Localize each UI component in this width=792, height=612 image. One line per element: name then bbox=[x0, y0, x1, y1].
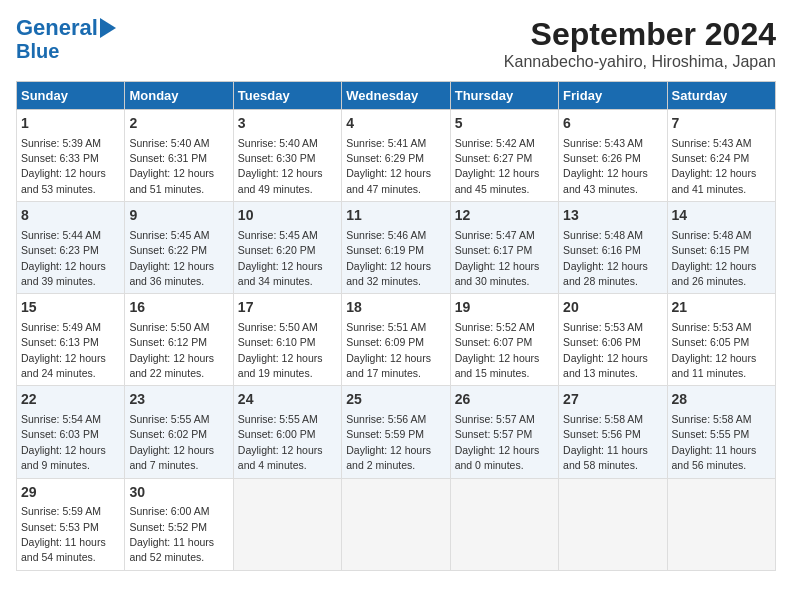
day-number: 20 bbox=[563, 298, 662, 318]
sunset-info: Sunset: 6:23 PM bbox=[21, 244, 99, 256]
sunset-info: Sunset: 6:33 PM bbox=[21, 152, 99, 164]
sunset-info: Sunset: 5:52 PM bbox=[129, 521, 207, 533]
sunset-info: Sunset: 6:03 PM bbox=[21, 428, 99, 440]
calendar-week-row: 15 Sunrise: 5:49 AM Sunset: 6:13 PM Dayl… bbox=[17, 294, 776, 386]
day-number: 28 bbox=[672, 390, 771, 410]
sunrise-info: Sunrise: 5:52 AM bbox=[455, 321, 535, 333]
sunrise-info: Sunrise: 5:48 AM bbox=[672, 229, 752, 241]
sunrise-info: Sunrise: 5:57 AM bbox=[455, 413, 535, 425]
day-number: 1 bbox=[21, 114, 120, 134]
sunset-info: Sunset: 6:06 PM bbox=[563, 336, 641, 348]
weekday-header: Saturday bbox=[667, 82, 775, 110]
sunrise-info: Sunrise: 5:45 AM bbox=[129, 229, 209, 241]
sunrise-info: Sunrise: 5:50 AM bbox=[129, 321, 209, 333]
sunrise-info: Sunrise: 6:00 AM bbox=[129, 505, 209, 517]
page-subtitle: Kannabecho-yahiro, Hiroshima, Japan bbox=[504, 53, 776, 71]
sunset-info: Sunset: 6:30 PM bbox=[238, 152, 316, 164]
calendar-cell: 11 Sunrise: 5:46 AM Sunset: 6:19 PM Dayl… bbox=[342, 202, 450, 294]
sunset-info: Sunset: 5:53 PM bbox=[21, 521, 99, 533]
calendar-table: SundayMondayTuesdayWednesdayThursdayFrid… bbox=[16, 81, 776, 571]
daylight-info: Daylight: 12 hours and 49 minutes. bbox=[238, 167, 323, 194]
sunrise-info: Sunrise: 5:53 AM bbox=[563, 321, 643, 333]
calendar-cell bbox=[667, 478, 775, 570]
day-number: 8 bbox=[21, 206, 120, 226]
sunset-info: Sunset: 6:16 PM bbox=[563, 244, 641, 256]
sunrise-info: Sunrise: 5:40 AM bbox=[129, 137, 209, 149]
weekday-header: Tuesday bbox=[233, 82, 341, 110]
calendar-week-row: 22 Sunrise: 5:54 AM Sunset: 6:03 PM Dayl… bbox=[17, 386, 776, 478]
calendar-cell: 14 Sunrise: 5:48 AM Sunset: 6:15 PM Dayl… bbox=[667, 202, 775, 294]
weekday-header: Sunday bbox=[17, 82, 125, 110]
calendar-cell: 28 Sunrise: 5:58 AM Sunset: 5:55 PM Dayl… bbox=[667, 386, 775, 478]
sunrise-info: Sunrise: 5:45 AM bbox=[238, 229, 318, 241]
sunset-info: Sunset: 6:26 PM bbox=[563, 152, 641, 164]
daylight-info: Daylight: 12 hours and 28 minutes. bbox=[563, 260, 648, 287]
sunrise-info: Sunrise: 5:55 AM bbox=[129, 413, 209, 425]
logo-text2: Blue bbox=[16, 40, 59, 62]
sunset-info: Sunset: 6:09 PM bbox=[346, 336, 424, 348]
calendar-week-row: 1 Sunrise: 5:39 AM Sunset: 6:33 PM Dayli… bbox=[17, 110, 776, 202]
daylight-info: Daylight: 11 hours and 54 minutes. bbox=[21, 536, 106, 563]
weekday-header: Wednesday bbox=[342, 82, 450, 110]
sunrise-info: Sunrise: 5:47 AM bbox=[455, 229, 535, 241]
calendar-cell: 27 Sunrise: 5:58 AM Sunset: 5:56 PM Dayl… bbox=[559, 386, 667, 478]
calendar-cell: 6 Sunrise: 5:43 AM Sunset: 6:26 PM Dayli… bbox=[559, 110, 667, 202]
daylight-info: Daylight: 12 hours and 47 minutes. bbox=[346, 167, 431, 194]
daylight-info: Daylight: 12 hours and 19 minutes. bbox=[238, 352, 323, 379]
day-number: 25 bbox=[346, 390, 445, 410]
sunrise-info: Sunrise: 5:55 AM bbox=[238, 413, 318, 425]
day-number: 3 bbox=[238, 114, 337, 134]
sunset-info: Sunset: 6:00 PM bbox=[238, 428, 316, 440]
day-number: 10 bbox=[238, 206, 337, 226]
day-number: 4 bbox=[346, 114, 445, 134]
daylight-info: Daylight: 12 hours and 0 minutes. bbox=[455, 444, 540, 471]
sunset-info: Sunset: 5:57 PM bbox=[455, 428, 533, 440]
weekday-header: Monday bbox=[125, 82, 233, 110]
calendar-cell: 29 Sunrise: 5:59 AM Sunset: 5:53 PM Dayl… bbox=[17, 478, 125, 570]
day-number: 9 bbox=[129, 206, 228, 226]
sunrise-info: Sunrise: 5:39 AM bbox=[21, 137, 101, 149]
day-number: 15 bbox=[21, 298, 120, 318]
calendar-cell: 4 Sunrise: 5:41 AM Sunset: 6:29 PM Dayli… bbox=[342, 110, 450, 202]
calendar-cell bbox=[233, 478, 341, 570]
day-number: 5 bbox=[455, 114, 554, 134]
calendar-cell: 9 Sunrise: 5:45 AM Sunset: 6:22 PM Dayli… bbox=[125, 202, 233, 294]
sunset-info: Sunset: 6:05 PM bbox=[672, 336, 750, 348]
sunrise-info: Sunrise: 5:46 AM bbox=[346, 229, 426, 241]
daylight-info: Daylight: 12 hours and 2 minutes. bbox=[346, 444, 431, 471]
calendar-cell: 3 Sunrise: 5:40 AM Sunset: 6:30 PM Dayli… bbox=[233, 110, 341, 202]
calendar-week-row: 8 Sunrise: 5:44 AM Sunset: 6:23 PM Dayli… bbox=[17, 202, 776, 294]
sunset-info: Sunset: 6:27 PM bbox=[455, 152, 533, 164]
daylight-info: Daylight: 12 hours and 13 minutes. bbox=[563, 352, 648, 379]
calendar-header-row: SundayMondayTuesdayWednesdayThursdayFrid… bbox=[17, 82, 776, 110]
daylight-info: Daylight: 12 hours and 7 minutes. bbox=[129, 444, 214, 471]
calendar-cell: 18 Sunrise: 5:51 AM Sunset: 6:09 PM Dayl… bbox=[342, 294, 450, 386]
day-number: 27 bbox=[563, 390, 662, 410]
sunrise-info: Sunrise: 5:50 AM bbox=[238, 321, 318, 333]
sunrise-info: Sunrise: 5:43 AM bbox=[563, 137, 643, 149]
calendar-cell: 22 Sunrise: 5:54 AM Sunset: 6:03 PM Dayl… bbox=[17, 386, 125, 478]
daylight-info: Daylight: 12 hours and 15 minutes. bbox=[455, 352, 540, 379]
day-number: 13 bbox=[563, 206, 662, 226]
sunset-info: Sunset: 6:20 PM bbox=[238, 244, 316, 256]
calendar-cell: 7 Sunrise: 5:43 AM Sunset: 6:24 PM Dayli… bbox=[667, 110, 775, 202]
day-number: 21 bbox=[672, 298, 771, 318]
calendar-cell: 23 Sunrise: 5:55 AM Sunset: 6:02 PM Dayl… bbox=[125, 386, 233, 478]
sunset-info: Sunset: 5:55 PM bbox=[672, 428, 750, 440]
sunrise-info: Sunrise: 5:44 AM bbox=[21, 229, 101, 241]
sunrise-info: Sunrise: 5:49 AM bbox=[21, 321, 101, 333]
daylight-info: Daylight: 11 hours and 56 minutes. bbox=[672, 444, 757, 471]
weekday-header: Friday bbox=[559, 82, 667, 110]
sunrise-info: Sunrise: 5:40 AM bbox=[238, 137, 318, 149]
calendar-cell: 15 Sunrise: 5:49 AM Sunset: 6:13 PM Dayl… bbox=[17, 294, 125, 386]
daylight-info: Daylight: 12 hours and 9 minutes. bbox=[21, 444, 106, 471]
sunrise-info: Sunrise: 5:59 AM bbox=[21, 505, 101, 517]
calendar-cell: 16 Sunrise: 5:50 AM Sunset: 6:12 PM Dayl… bbox=[125, 294, 233, 386]
calendar-cell: 21 Sunrise: 5:53 AM Sunset: 6:05 PM Dayl… bbox=[667, 294, 775, 386]
calendar-cell: 1 Sunrise: 5:39 AM Sunset: 6:33 PM Dayli… bbox=[17, 110, 125, 202]
calendar-cell: 12 Sunrise: 5:47 AM Sunset: 6:17 PM Dayl… bbox=[450, 202, 558, 294]
sunrise-info: Sunrise: 5:54 AM bbox=[21, 413, 101, 425]
day-number: 12 bbox=[455, 206, 554, 226]
daylight-info: Daylight: 12 hours and 30 minutes. bbox=[455, 260, 540, 287]
logo-text: General bbox=[16, 16, 98, 40]
